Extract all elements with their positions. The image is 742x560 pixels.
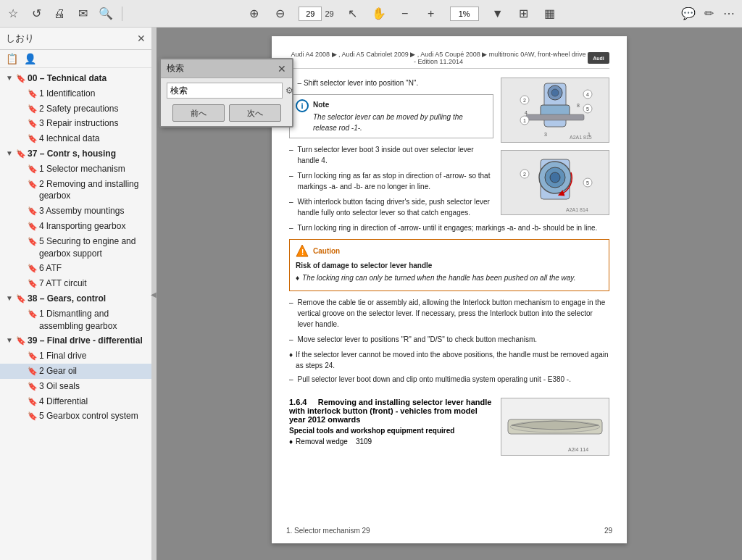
- gear-selector-svg-1: 1 3 4 8 4 5 2 1: [504, 80, 606, 141]
- svg-text:A2A1 815: A2A1 815: [570, 135, 592, 140]
- step-dash-6: –: [289, 297, 293, 330]
- zoom-dropdown-icon[interactable]: ▼: [491, 7, 505, 21]
- print-icon[interactable]: 🖨: [52, 7, 67, 21]
- sidebar-label-39: 39 – Final drive - differential: [28, 335, 143, 347]
- doc-step-5: – Turn locking ring in direction of -arr…: [289, 222, 609, 233]
- doc-header: Audi A4 2008 ▶ , Audi A5 Cabriolet 2009 …: [289, 51, 609, 69]
- sidebar-user-icon[interactable]: 👤: [24, 53, 36, 64]
- sidebar-label-4td: 4 lechnical data: [39, 133, 99, 145]
- sidebar-item-38-1[interactable]: 🔖 1 Dismantling and assembling gearbox: [0, 306, 151, 334]
- pen-icon[interactable]: ✏: [701, 7, 716, 21]
- sidebar-item-39-5[interactable]: 🔖 5 Gearbox control system: [0, 409, 151, 424]
- caution-text: The locking ring can only be turned when…: [302, 272, 575, 283]
- svg-rect-4: [526, 114, 584, 120]
- sidebar-header: しおり ✕: [0, 28, 151, 50]
- sidebar-item-39[interactable]: ▼ 🔖 39 – Final drive - differential: [0, 333, 151, 348]
- bookmark-icon[interactable]: ☆: [6, 7, 20, 21]
- svg-text:!: !: [301, 248, 304, 256]
- svg-text:2: 2: [523, 172, 526, 177]
- toolbar: ☆ ↺ 🖨 ✉ 🔍 ⊕ ⊖ 29 ↖ ✋ − + ▼ ⊞ ▦ 💬 ✏ ⋯: [0, 0, 742, 28]
- note-content: Note The selector lever can be moved by …: [313, 99, 487, 133]
- search-toolbar-icon[interactable]: 🔍: [99, 7, 113, 21]
- hand-icon[interactable]: ✋: [372, 7, 386, 21]
- sidebar-item-37-3[interactable]: 🔖 3 Assemby mountings: [0, 204, 151, 219]
- step-dash-2: –: [289, 144, 293, 166]
- step-dash-4: –: [289, 196, 293, 218]
- svg-text:3: 3: [544, 132, 547, 137]
- doc-step-8: – Pull selector lever boot down and clip…: [289, 374, 609, 385]
- sidebar-label-2sp: 2 Safety precautions: [39, 103, 118, 115]
- note-title: Note: [313, 99, 487, 110]
- sidebar-list-icon[interactable]: 📋: [6, 53, 18, 64]
- zoom-out-icon[interactable]: −: [398, 7, 412, 21]
- sidebar-item-37-5[interactable]: 🔖 5 Securing to engine and gearbox suppo…: [0, 234, 151, 262]
- sidebar-item-39-1[interactable]: 🔖 1 Final drive: [0, 348, 151, 364]
- sidebar-item-39-4[interactable]: 🔖 4 Differential: [0, 394, 151, 409]
- expand-icon-37: ▼: [6, 149, 16, 159]
- sidebar: しおり ✕ 📋 👤 ▼ 🔖 00 – Technical data 🔖 1 Id…: [0, 28, 152, 560]
- sidebar-label-37-1: 1 Selector mechanism: [39, 163, 125, 175]
- download-icon[interactable]: ⊖: [272, 7, 287, 21]
- sidebar-item-37-6[interactable]: 🔖 6 ATF: [0, 261, 151, 276]
- upload-icon[interactable]: ⊕: [246, 7, 261, 21]
- step-text-2: Turn selector lever boot 3 inside out ov…: [298, 144, 493, 166]
- bookmark-icon-39-3: 🔖: [28, 381, 38, 392]
- zoom-in-icon[interactable]: +: [424, 7, 438, 21]
- sidebar-item-37-7[interactable]: 🔖 7 ATT circuit: [0, 276, 151, 291]
- zoom-level-input[interactable]: [450, 7, 479, 21]
- step-dash-8: –: [289, 374, 293, 385]
- expand-icon-39: ▼: [6, 335, 16, 346]
- caution-bullet: ♦ The locking ring can only be turned wh…: [296, 272, 603, 283]
- fit-page-icon[interactable]: ⊞: [517, 7, 531, 21]
- page-number-input[interactable]: [299, 7, 322, 21]
- search-input[interactable]: [167, 83, 283, 99]
- sidebar-item-3-repair[interactable]: 🔖 3 Repair instructions: [0, 116, 151, 131]
- bookmark-icon-00: 🔖: [16, 73, 26, 84]
- sidebar-item-00[interactable]: ▼ 🔖 00 – Technical data: [0, 71, 151, 86]
- doc-step-3: – Turn locking ring as far as stop in di…: [289, 170, 493, 192]
- bullet-text-1: If the selector lever cannot be moved in…: [296, 349, 609, 371]
- page-total: 29: [325, 9, 333, 18]
- sidebar-close-button[interactable]: ✕: [137, 33, 146, 44]
- special-tools-label: Special tools and workshop equipment req…: [289, 427, 495, 435]
- sidebar-item-37-1[interactable]: 🔖 1 Selector mechanism: [0, 162, 151, 177]
- sidebar-item-39-3[interactable]: 🔖 3 Oil seals: [0, 379, 151, 394]
- mail-icon[interactable]: ✉: [75, 7, 90, 21]
- sidebar-item-39-2[interactable]: 🔖 2 Gear oil: [0, 364, 151, 379]
- search-options-icon[interactable]: ⚙: [285, 84, 293, 97]
- doc-page: Audi A4 2008 ▶ , Audi A5 Cabriolet 2009 …: [272, 36, 627, 543]
- sidebar-item-37-2[interactable]: 🔖 2 Removing and installing gearbox: [0, 177, 151, 204]
- back-icon[interactable]: ↺: [29, 7, 43, 21]
- section-title: Removing and installing selector lever h…: [289, 398, 491, 424]
- sidebar-item-1-identification[interactable]: 🔖 1 Identification: [0, 86, 151, 101]
- search-dialog-close-button[interactable]: ✕: [278, 63, 286, 75]
- sidebar-item-2-safety[interactable]: 🔖 2 Safety precautions: [0, 101, 151, 117]
- bookmark-icon-37-4: 🔖: [28, 221, 38, 232]
- section-heading-row: 1.6.4 Removing and installing selector l…: [289, 398, 609, 456]
- separator-1: [122, 7, 122, 21]
- bookmark-icon-37-2: 🔖: [28, 179, 38, 190]
- step-text-5: Turn locking ring in direction of -arrow…: [298, 222, 598, 233]
- main-area: しおり ✕ 📋 👤 ▼ 🔖 00 – Technical data 🔖 1 Id…: [0, 28, 742, 560]
- svg-text:2: 2: [523, 98, 526, 103]
- view-icon[interactable]: ▦: [543, 7, 557, 21]
- search-prev-button[interactable]: 前へ: [172, 104, 225, 122]
- svg-point-3: [551, 89, 559, 96]
- sidebar-item-4-technical[interactable]: 🔖 4 lechnical data: [0, 131, 151, 146]
- toolbar-center: ⊕ ⊖ 29 ↖ ✋ − + ▼ ⊞ ▦: [131, 7, 672, 21]
- sidebar-item-37-4[interactable]: 🔖 4 lransporting gearbox: [0, 219, 151, 234]
- bookmark-icon-37: 🔖: [16, 149, 26, 159]
- sidebar-item-37[interactable]: ▼ 🔖 37 – Contr s, housing: [0, 146, 151, 162]
- sidebar-tree: ▼ 🔖 00 – Technical data 🔖 1 Identificati…: [0, 68, 151, 560]
- doc-step-6: – Remove the cable tie or assembly aid, …: [289, 297, 609, 330]
- comment-icon[interactable]: 💬: [681, 7, 696, 21]
- search-next-button[interactable]: 次へ: [229, 104, 281, 122]
- expand-icon-38: ▼: [6, 293, 16, 304]
- search-dialog-body: ⚙ 前へ 次へ: [161, 78, 292, 126]
- sidebar-title: しおり: [6, 32, 34, 45]
- svg-text:1: 1: [523, 118, 526, 123]
- sidebar-item-38[interactable]: ▼ 🔖 38 – Gears, control: [0, 291, 151, 306]
- cursor-icon[interactable]: ↖: [346, 7, 360, 21]
- resize-handle[interactable]: [152, 28, 157, 560]
- more-icon[interactable]: ⋯: [722, 7, 736, 21]
